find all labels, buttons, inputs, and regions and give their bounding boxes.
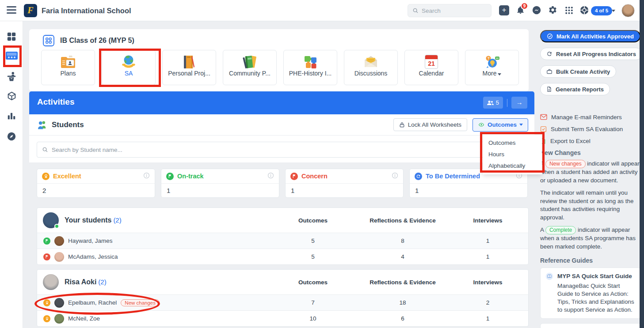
menu-item-hours[interactable]: Hours [483, 149, 542, 160]
info-icon[interactable] [392, 172, 398, 181]
class-title: IB Class of 26 (MYP 5) [60, 37, 134, 45]
generate-reports-button[interactable]: Generate Reports [540, 83, 610, 95]
faria-logo[interactable]: F [24, 4, 37, 17]
license-badge[interactable]: 4 of 5 [591, 6, 612, 15]
window-scrollbar[interactable] [640, 0, 644, 328]
manage-email-reminders-link[interactable]: Manage E-mail Reminders [540, 112, 641, 122]
tab-calendar[interactable]: 21 Calendar [404, 50, 458, 85]
tab-sa[interactable]: SA [102, 50, 156, 85]
tab-label: More [465, 70, 518, 77]
guide-card-myp-sa-quick-start[interactable]: MYP SA Quick Start Guide ManageBac Quick… [540, 268, 641, 319]
support-button[interactable] [579, 5, 589, 17]
info-icon[interactable] [143, 172, 150, 181]
sidebar-item-reports[interactable] [7, 111, 16, 123]
tab-label: Calendar [405, 70, 458, 77]
reset-progress-indicators-button[interactable]: Reset All Progress Indicators [540, 48, 642, 60]
status-value: 1 [410, 184, 527, 194]
outcomes-value: 5 [267, 238, 359, 244]
sidebar-item-teachers[interactable] [7, 71, 16, 83]
activities-title: Activities [37, 97, 74, 107]
forward-arrow-button[interactable]: → [511, 97, 527, 109]
outcomes-value: 5 [267, 253, 359, 260]
sidebar-item-dashboard[interactable] [7, 32, 16, 43]
column-header-outcomes: Outcomes [267, 279, 359, 286]
tab-personal-project[interactable]: Personal Proj... [162, 50, 216, 85]
interviews-value: 1 [446, 315, 529, 322]
student-avatar [54, 314, 64, 324]
students-title: Students [52, 121, 84, 129]
outcomes-value: 10 [267, 315, 359, 322]
status-card-on-track[interactable]: On-track 1 [161, 169, 279, 198]
status-label: On-track [177, 173, 204, 180]
sort-outcomes-dropdown-button[interactable]: Outcomes [473, 118, 528, 132]
notifications-button[interactable]: 9 [516, 5, 525, 16]
lock-icon [399, 122, 405, 128]
student-row-mcadams[interactable]: McAdams, Jessica 5 4 1 [37, 249, 528, 264]
student-row-epelbaum[interactable]: Epelbaum, Rachel New changes 7 18 2 [37, 294, 528, 310]
guide-book-icon [545, 272, 553, 280]
bulk-create-activity-button[interactable]: Bulk Create Activity [540, 65, 616, 78]
student-avatar [54, 236, 64, 246]
student-search-input[interactable]: Search by Student name... [37, 142, 527, 158]
student-row-mcneil[interactable]: McNeil, Zoe 10 6 1 [37, 310, 528, 326]
books-icon [223, 50, 276, 70]
group-name: Your students [65, 216, 111, 224]
messenger-button[interactable] [532, 5, 541, 17]
flag-icon [43, 253, 50, 260]
sidebar-item-resources[interactable] [7, 91, 17, 103]
new-changes-paragraph-1: A New changes indicator will appear when… [540, 160, 641, 185]
apps-menu-button[interactable] [565, 6, 573, 16]
export-to-excel-link[interactable]: Export to Excel [540, 136, 641, 146]
complete-pill: Complete [545, 226, 576, 234]
tab-discussions[interactable]: Discussions [344, 50, 398, 85]
tab-plans[interactable]: Plans [41, 50, 95, 85]
your-students-table: Your students(2) Outcomes Reflections & … [37, 207, 529, 265]
envelope-icon [540, 114, 547, 120]
group-avatar [43, 212, 59, 228]
refresh-icon [546, 51, 553, 57]
presence-dot [54, 224, 59, 229]
cube-icon [7, 91, 17, 101]
medal-icon [43, 299, 50, 306]
hamburger-menu-icon[interactable] [7, 6, 16, 14]
settings-button[interactable] [548, 5, 557, 16]
quick-add-button[interactable]: + [499, 5, 509, 15]
student-name: McNeil, Zoe [68, 315, 100, 322]
tab-phe-history[interactable]: PHE-History I... [283, 50, 337, 85]
sidebar-item-explore[interactable] [7, 132, 16, 143]
refresh-icon [415, 173, 422, 180]
school-name: Faria International School [42, 0, 131, 21]
guide-title: MYP SA Quick Start Guide [557, 272, 632, 280]
sort-dropdown-menu: Outcomes Hours Alphabetically [483, 135, 542, 174]
bar-chart-icon [7, 111, 16, 121]
mark-all-approved-button[interactable]: Mark All Activities Approved [540, 30, 640, 42]
chevron-down-icon[interactable] [612, 10, 615, 12]
page: F Faria International School Search + 9 … [0, 0, 644, 328]
column-header-reflections: Reflections & Evidence [359, 217, 446, 224]
tab-more[interactable]: ? More [465, 50, 519, 85]
info-icon[interactable] [267, 172, 274, 181]
student-count-pill[interactable]: 5 [483, 97, 503, 109]
reflections-value: 6 [359, 315, 446, 322]
status-value: 2 [37, 184, 155, 194]
tab-label: Personal Proj... [163, 70, 216, 77]
menu-item-outcomes[interactable]: Outcomes [483, 137, 542, 149]
status-card-excellent[interactable]: Excellent 2 [37, 169, 155, 198]
student-row-hayward[interactable]: Hayward, James 5 8 1 [37, 233, 528, 249]
sidebar-item-classes[interactable] [6, 51, 18, 64]
search-icon [42, 147, 48, 153]
global-search-input[interactable]: Search [408, 4, 492, 17]
reference-guides-heading: Reference Guides [540, 257, 641, 264]
user-avatar[interactable] [621, 4, 635, 17]
left-sidebar [0, 21, 23, 328]
guide-card-configuring-sa-worksheets[interactable]: Configuring SA Worksheets & [540, 323, 641, 328]
status-card-concern[interactable]: Concern 1 [285, 169, 404, 198]
divider [507, 99, 507, 107]
lock-all-worksheets-button[interactable]: Lock All Worksheets [393, 118, 467, 131]
tab-community-project[interactable]: Community P... [223, 50, 277, 85]
reflections-value: 8 [359, 238, 446, 244]
submit-term-sa-evaluation-link[interactable]: Submit Term SA Evaluation [540, 124, 641, 134]
menu-item-alphabetically[interactable]: Alphabetically [483, 160, 542, 172]
flag-icon [166, 173, 174, 180]
column-header-interviews: Interviews [446, 279, 529, 286]
